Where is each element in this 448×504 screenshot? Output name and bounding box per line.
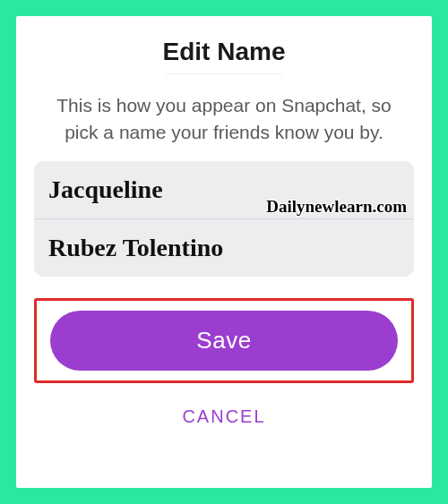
description-text: This is how you appear on Snapchat, so p… — [34, 92, 414, 147]
save-button[interactable]: Save — [50, 311, 398, 371]
cancel-button[interactable]: CANCEL — [182, 401, 265, 432]
outer-frame: Edit Name This is how you appear on Snap… — [0, 0, 448, 504]
watermark-text: Dailynewlearn.com — [266, 197, 407, 217]
save-highlight-box: Save — [34, 298, 414, 383]
edit-name-dialog: Edit Name This is how you appear on Snap… — [16, 16, 432, 488]
name-form-group — [34, 161, 414, 277]
page-title: Edit Name — [163, 38, 286, 66]
last-name-input[interactable] — [34, 219, 414, 277]
title-divider — [166, 73, 282, 74]
